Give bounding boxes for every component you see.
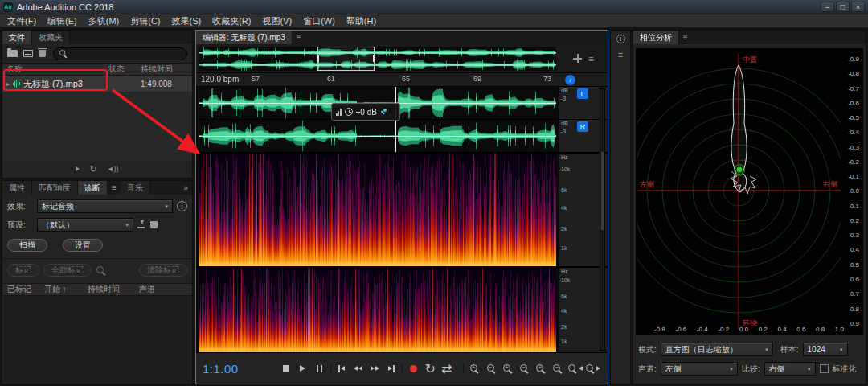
search-input[interactable] [53,47,187,60]
files-mini-transport: ↻ ◄)) [2,160,192,178]
zoom-in-button[interactable]: + [466,360,483,376]
speaker-icon[interactable]: ◄)) [107,165,119,173]
zoom-in-vertical-button[interactable]: + [533,360,550,376]
phase-scope-graph: 中置 左侧 右侧 环绕 [637,49,841,334]
rewind-button[interactable] [350,360,366,376]
y-tick: 0.8 [850,306,859,313]
play-button[interactable] [294,360,311,376]
volume-hud[interactable]: +0 dB [331,103,400,121]
clear-marks-button[interactable]: 清除标记 [139,264,187,277]
fast-forward-button[interactable] [366,360,383,376]
zoom-to-marker-icon[interactable] [96,265,106,276]
record-button[interactable] [405,360,422,376]
open-file-icon[interactable] [7,50,18,57]
close-button[interactable]: × [851,2,865,12]
import-icon[interactable] [23,50,33,57]
loop-icon[interactable]: ↻ [89,164,96,175]
panel-menu-icon[interactable]: ≡ [679,31,692,44]
mark-button[interactable]: 标记 [7,264,39,277]
column-status[interactable]: 状态 [108,64,141,75]
effect-select[interactable]: 标记音频 ▾ [37,199,173,213]
spectrogram-right-canvas[interactable] [199,268,556,352]
zoom-in-horizontal-button[interactable]: + [499,360,516,376]
stop-button[interactable] [278,360,295,376]
menu-favorites[interactable]: 收藏夹(R) [207,14,256,27]
settings-button[interactable]: 设置 [63,239,103,252]
tab-editor[interactable]: 编辑器: 无标题 (7).mp3 [196,31,293,44]
left-channel-button[interactable]: L [577,88,588,99]
column-marked[interactable]: 已标记 [7,284,44,295]
pan-icon[interactable] [573,54,582,63]
menu-edit[interactable]: 编辑(E) [42,14,83,27]
tab-music[interactable]: 音乐 [121,181,150,195]
pin-icon[interactable] [380,109,387,116]
panel-menu-icon[interactable]: ≡ [293,31,305,44]
tab-match-loudness[interactable]: 匹配响度 [32,181,78,195]
maximize-button[interactable]: □ [836,2,850,12]
menu-help[interactable]: 帮助(H) [341,14,382,27]
expand-icon[interactable]: ▸ [6,80,10,88]
collapsed-panel-strip: ≡ [610,30,631,384]
zoom-out-button[interactable]: − [483,360,500,376]
menu-window[interactable]: 窗口(W) [297,14,341,27]
scan-button[interactable]: 扫描 [7,239,47,252]
spectrogram-left-canvas[interactable] [199,154,556,266]
timeline-ruler[interactable]: 120.0 bpm 57 61 65 69 73 ♪ [196,73,608,87]
preset-select[interactable]: （默认） ▾ [37,218,133,232]
skip-forward-button[interactable] [383,360,400,376]
column-duration[interactable]: 持续时间 [88,284,139,295]
mode-select[interactable]: 直方图（日志缩放） ▾ [661,343,773,356]
minimize-button[interactable]: – [821,2,834,12]
skip-back-button[interactable] [334,360,350,376]
editor-transport-bar: 1:1.00 ↻ ⇄ + − + − + − [196,352,608,384]
vertical-zoom-scrollbar[interactable] [600,88,605,351]
save-preset-icon[interactable] [137,220,146,229]
tab-diagnostics[interactable]: 诊断 [78,181,108,195]
normalize-checkbox[interactable] [820,364,829,373]
overview-menu-icon[interactable]: ≡ [588,54,593,64]
menu-clip[interactable]: 剪辑(C) [125,14,166,27]
menu-view[interactable]: 视图(V) [256,14,297,27]
delete-preset-icon[interactable] [150,221,158,228]
metronome-button[interactable]: ♪ [565,75,575,85]
file-row[interactable]: ▸ 无标题 (7).mp3 1:49.008 [2,76,192,92]
zoom-out-horizontal-button[interactable]: − [516,360,533,376]
tab-overflow-icon[interactable]: » [179,181,192,195]
delete-icon[interactable] [39,50,46,57]
compare-select[interactable]: 右侧 ▾ [764,362,816,376]
zoom-out-vertical-button[interactable]: − [549,360,566,376]
overview-range-selector[interactable] [317,47,375,71]
time-display[interactable]: 1:1.00 [203,362,278,376]
column-duration[interactable]: 持续时间 [141,64,192,75]
pause-button[interactable] [311,360,328,376]
column-channel[interactable]: 声道 [139,284,187,295]
tab-phase-analysis[interactable]: 相位分析 [633,31,679,44]
info-icon[interactable] [177,201,187,211]
strip-menu-icon[interactable]: ≡ [618,50,623,60]
samples-select[interactable]: 1024 ▾ [803,343,848,356]
loop-playback-button[interactable]: ↻ [422,360,439,376]
preview-play-icon[interactable] [76,166,80,171]
zoom-selection-right-button[interactable] [583,360,601,376]
zoom-selection-left-button[interactable] [566,360,583,376]
tab-properties[interactable]: 属性 [2,181,32,195]
tab-files[interactable]: 文件 [2,31,32,44]
menu-multitrack[interactable]: 多轨(M) [83,14,125,27]
tab-favorites[interactable]: 收藏夹 [32,31,70,44]
menu-file[interactable]: 文件(F) [2,14,42,27]
channel-select[interactable]: 左侧 ▾ [661,362,738,376]
y-tick: 0.6 [850,276,859,283]
panel-menu-icon[interactable]: ≡ [108,181,121,195]
waveform-right-canvas[interactable] [199,120,556,152]
editor-panel: 编辑器: 无标题 (7).mp3 ≡ ≡ 120.0 bpm 57 61 65 … [195,30,608,384]
column-name[interactable]: 名称 [2,64,108,75]
preset-value: （默认） [42,220,122,231]
overview-waveform-canvas[interactable] [199,47,556,71]
file-name: 无标题 (7).mp3 [23,78,83,90]
collapsed-panel-icon[interactable] [616,35,624,43]
mark-all-button[interactable]: 全部标记 [43,264,92,277]
column-start[interactable]: 开始 ↑ [44,284,88,295]
menu-effects[interactable]: 效果(S) [166,14,207,27]
skip-selection-button[interactable]: ⇄ [438,360,455,376]
right-channel-button[interactable]: R [577,121,588,132]
